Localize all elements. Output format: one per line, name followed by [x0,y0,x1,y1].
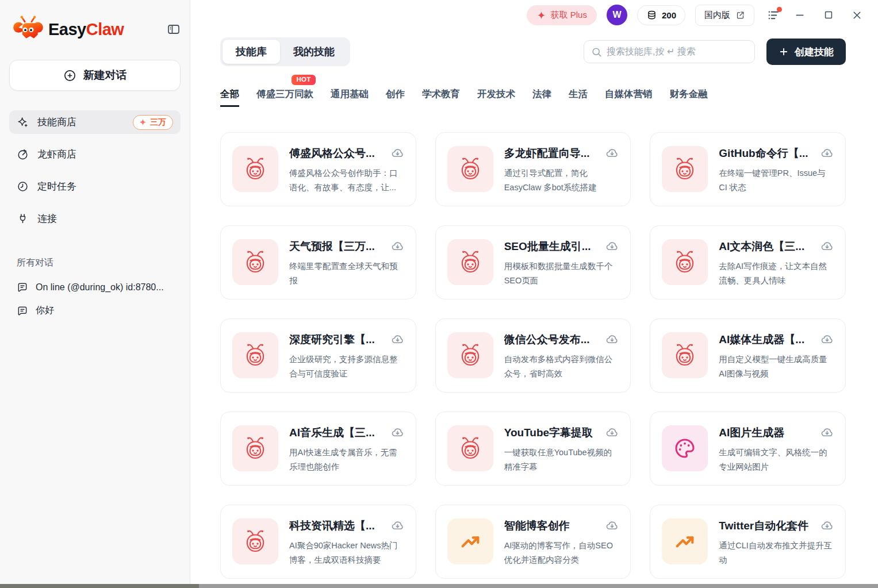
cloud-download-icon [605,333,619,346]
skill-card-description: 通过CLI自动发布推文并提升互 动 [719,539,834,567]
tab-skill-library[interactable]: 技能库 [223,40,280,64]
logo-row: EasyClaw [9,15,181,44]
sidebar-collapse-icon[interactable] [167,22,181,36]
cloud-download-icon [605,426,619,439]
window-minimize-button[interactable] [790,9,810,21]
sidebar-item-1[interactable]: 龙虾商店 [9,143,181,166]
mascot-icon [671,341,699,369]
download-button[interactable] [821,333,834,346]
category-label: 全部 [220,89,239,99]
mascot-icon [241,435,269,462]
download-button[interactable] [821,519,834,532]
skill-card-description: 用自定义模型一键生成高质量 AI图像与视频 [719,352,834,381]
skill-card-icon [662,239,708,285]
download-button[interactable] [605,426,619,439]
category-tab-8[interactable]: 自媒体营销 [605,88,653,107]
trend-up-icon [459,530,482,553]
skill-card-icon [662,425,708,471]
horizontal-scrollbar[interactable] [0,584,878,588]
search-input[interactable] [607,47,747,57]
skill-card-10[interactable]: YouTube字幕提取 一键获取任意YouTube视频的 精准字幕 [435,412,631,486]
skill-card-7[interactable]: 微信公众号发布... 自动发布多格式内容到微信公 众号，省时高效 [435,318,631,393]
category-tab-9[interactable]: 财务金融 [670,88,708,107]
skill-card-title: 智能博客创作 [504,518,570,533]
window-close-button[interactable] [848,9,867,21]
download-button[interactable] [821,240,834,253]
skill-card-description: 生成可编辑文字、风格统一的 专业网站图片 [719,445,834,474]
category-label: 财务金融 [670,89,708,99]
sidebar-item-label: 龙虾商店 [37,148,76,161]
download-button[interactable] [821,147,834,160]
cloud-download-icon [821,426,834,439]
notification-dot [777,7,782,12]
download-button[interactable] [391,426,404,439]
download-button[interactable] [821,426,834,439]
skill-card-2[interactable]: GitHub命令行【... 在终端一键管理PR、Issue与CI 状态 [650,132,846,206]
category-tab-5[interactable]: 开发技术 [477,88,515,107]
library-tabs: 技能库 我的技能 [220,37,350,66]
category-tab-7[interactable]: 生活 [569,88,588,107]
conversation-item-0[interactable]: On line (@during_ok) id:8780... [9,282,181,293]
mascot-icon [671,248,699,276]
cloud-download-icon [605,519,619,532]
skill-card-8[interactable]: AI媒体生成器【... 用自定义模型一键生成高质量 AI图像与视频 [650,318,846,393]
conversation-item-1[interactable]: 你好 [9,305,181,317]
mascot-icon [457,248,484,276]
skill-card-4[interactable]: SEO批量生成引... 用模板和数据批量生成数千个 SEO页面 [435,225,631,299]
category-tab-3[interactable]: 创作 [386,88,405,107]
get-plus-badge[interactable]: 获取 Plus [527,5,597,25]
download-button[interactable] [605,333,619,346]
skill-card-6[interactable]: 深度研究引擎【... 企业级研究，支持多源信息整 合与可信度验证 [220,318,416,393]
skill-card-3[interactable]: 天气预报【三万... 终端里零配置查全球天气和预 报 [220,225,416,299]
skill-card-13[interactable]: 智能博客创作 AI驱动的博客写作，自动SEO 优化并适配内容分类 [435,505,631,579]
category-tab-0[interactable]: 全部 [220,88,239,107]
skill-card-title: AI音乐生成【三... [289,425,375,440]
skill-card-11[interactable]: AI图片生成器 生成可编辑文字、风格统一的 专业网站图片 [650,412,846,486]
sidebar-item-3[interactable]: 连接 [9,207,181,230]
category-tab-4[interactable]: 学术教育 [422,88,460,107]
region-switch[interactable]: 国内版 [695,5,754,26]
mascot-icon [241,528,269,555]
download-button[interactable] [605,519,619,532]
category-tab-2[interactable]: 通用基础 [331,88,369,107]
cloud-download-icon [391,147,404,160]
create-skill-button[interactable]: 创建技能 [766,39,846,65]
cloud-download-icon [605,240,619,253]
skill-card-icon [447,518,493,564]
skill-card-icon [232,518,278,564]
credits-badge[interactable]: 200 [637,5,685,25]
conversation-label: On line (@during_ok) id:8780... [36,282,164,293]
skill-card-0[interactable]: 傅盛风格公众号... 傅盛风格公众号创作助手：口语化、有故事、有态度，让... [220,132,416,206]
skill-card-title: 微信公众号发布... [504,332,590,347]
skill-card-14[interactable]: Twitter自动化套件 通过CLI自动发布推文并提升互 动 [650,505,846,579]
download-button[interactable] [391,333,404,346]
category-tab-6[interactable]: 法律 [532,88,551,107]
skill-card-12[interactable]: 科技资讯精选【... AI聚合90家Hacker News热门 博客，生成双语科… [220,505,416,579]
category-tab-1[interactable]: 傅盛三万同款HOT [256,88,313,107]
download-button[interactable] [605,147,619,160]
skill-card-description: 一键获取任意YouTube视频的 精准字幕 [504,445,619,474]
tab-my-skills[interactable]: 我的技能 [280,40,348,64]
task-list-icon[interactable] [767,9,780,22]
sidebar-item-label: 连接 [37,212,57,225]
scrollbar-thumb[interactable] [0,584,199,588]
skill-card-9[interactable]: AI音乐生成【三... 用AI快速生成专属音乐，无需 乐理也能创作 [220,412,416,486]
coins-icon [646,10,657,21]
download-button[interactable] [391,147,404,160]
download-button[interactable] [391,240,404,253]
skill-card-5[interactable]: AI文本润色【三... 去除AI写作痕迹，让文本自然 流畅、更具人情味 [650,225,846,299]
avatar[interactable]: W [607,5,627,25]
window-maximize-button[interactable] [819,9,838,21]
download-button[interactable] [391,519,404,532]
plus-icon [779,47,789,57]
sidebar-item-0[interactable]: 技能商店三万 [9,110,181,134]
skill-card-1[interactable]: 多龙虾配置向导... 通过引导式配置，简化 EasyClaw 多bot系统搭建 [435,132,631,206]
new-chat-button[interactable]: 新建对话 [9,60,181,91]
main-area: 获取 Plus W 200 国内版 [190,0,878,588]
skill-card-description: 用模板和数据批量生成数千个 SEO页面 [504,259,619,288]
download-button[interactable] [605,240,619,253]
skill-card-icon [662,332,708,378]
sidebar-item-2[interactable]: 定时任务 [9,175,181,198]
topbar: 获取 Plus W 200 国内版 [190,0,878,26]
mascot-icon [671,155,699,183]
